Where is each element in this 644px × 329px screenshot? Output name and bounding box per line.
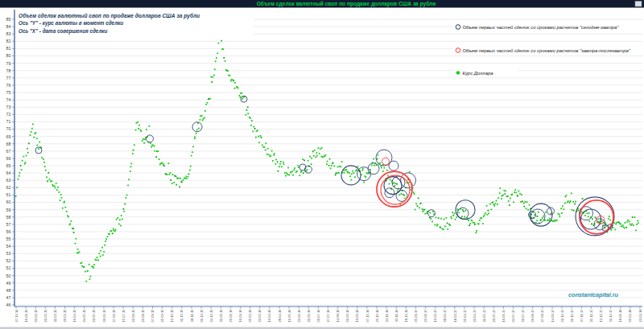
usd-rate-point (518, 191, 519, 192)
usd-rate-point (574, 204, 576, 205)
usd-rate-point (622, 224, 624, 226)
usd-rate-point (488, 210, 489, 212)
usd-rate-point (474, 224, 476, 225)
usd-rate-point (478, 223, 480, 224)
usd-rate-point (283, 163, 285, 165)
usd-rate-point (105, 238, 107, 240)
usd-rate-point (216, 57, 217, 59)
usd-rate-point (277, 162, 279, 163)
usd-rate-point (66, 211, 68, 212)
window-control-button[interactable] (635, 2, 642, 7)
usd-rate-point (130, 171, 131, 172)
y-tick-label: 74 (6, 97, 11, 102)
usd-rate-point (501, 198, 502, 199)
usd-rate-point (61, 197, 63, 199)
usd-rate-point (514, 189, 516, 191)
usd-rate-point (328, 165, 330, 167)
usd-rate-point (316, 156, 317, 158)
usd-rate-point (223, 57, 225, 59)
usd-rate-point (345, 169, 347, 171)
y-tick-label: 82 (6, 39, 11, 43)
y-tick-label: 51 (6, 265, 11, 270)
usd-rate-point (556, 220, 558, 221)
usd-rate-scatter (15, 27, 639, 282)
usd-rate-point (325, 154, 327, 156)
usd-rate-point (625, 222, 626, 224)
usd-rate-point (142, 138, 144, 140)
usd-rate-point (440, 227, 441, 228)
usd-rate-point (239, 95, 241, 97)
usd-rate-point (152, 145, 154, 146)
usd-rate-point (243, 97, 245, 98)
usd-rate-point (536, 220, 538, 221)
x-tick-label: 07.10.16 (365, 309, 369, 323)
usd-rate-point (483, 216, 485, 217)
y-tick-label: 80 (6, 53, 11, 58)
usd-rate-point (469, 223, 471, 224)
legend-label: Курс Доллара (463, 71, 494, 76)
usd-rate-point (28, 142, 30, 144)
usd-rate-point (509, 204, 510, 206)
usd-rate-point (515, 192, 517, 194)
x-tick-label: 23.03.16 (258, 309, 262, 323)
usd-rate-point (292, 175, 294, 176)
usd-rate-point (198, 128, 200, 130)
usd-rate-point (23, 156, 25, 158)
usd-rate-point (572, 201, 574, 203)
usd-rate-point (449, 224, 451, 226)
usd-rate-point (575, 201, 576, 203)
usd-rate-point (464, 210, 466, 212)
watermark: constantcapital.ru (568, 291, 619, 298)
usd-rate-point (272, 160, 274, 162)
usd-rate-point (330, 167, 332, 169)
x-tick-label: 13.12.17 (599, 309, 603, 323)
usd-rate-point (545, 212, 547, 213)
x-tick-label: 12.11.16 (385, 309, 389, 322)
today-tomorrow-bubble (35, 147, 42, 154)
y-tick-label: 79 (6, 61, 11, 66)
legend-item-today-tomorrow: Объем первых частей сделок со сроками ра… (453, 23, 642, 31)
usd-rate-point (341, 161, 343, 162)
usd-rate-point (197, 122, 199, 124)
y-tick-label: 68 (6, 142, 11, 146)
usd-rate-point (270, 155, 271, 157)
usd-rate-point (44, 166, 46, 167)
usd-rate-point (337, 167, 339, 168)
usd-rate-point (288, 175, 290, 176)
usd-rate-point (76, 238, 77, 240)
tomorrow-aftertomorrow-bubble (382, 158, 390, 165)
usd-rate-point (435, 224, 436, 226)
y-tick-label: 55 (6, 236, 11, 241)
usd-rate-point (570, 200, 572, 202)
usd-rate-point (265, 150, 266, 151)
usd-rate-point (303, 172, 304, 174)
usd-rate-point (349, 172, 350, 174)
usd-rate-point (184, 178, 186, 179)
usd-rate-point (250, 117, 251, 119)
usd-rate-point (394, 182, 395, 183)
usd-rate-point (126, 195, 128, 196)
usd-rate-point (121, 215, 122, 216)
usd-rate-point (625, 227, 627, 228)
usd-rate-point (143, 142, 145, 144)
usd-rate-point (200, 119, 201, 121)
usd-rate-point (437, 224, 439, 225)
usd-rate-point (188, 174, 190, 175)
usd-rate-point (36, 138, 38, 139)
usd-rate-point (462, 209, 464, 211)
gridlines (14, 19, 642, 305)
usd-rate-point (543, 216, 544, 217)
usd-rate-point (418, 198, 419, 199)
usd-rate-point (154, 150, 155, 152)
usd-rate-point (221, 40, 222, 42)
usd-rate-point (192, 146, 194, 147)
usd-rate-point (525, 201, 526, 203)
usd-rate-point (201, 115, 203, 117)
x-tick-label: 22.05.15 (92, 309, 96, 323)
usd-rate-point (281, 166, 283, 167)
usd-rate-point (505, 191, 506, 192)
usd-rate-point (609, 216, 610, 217)
usd-rate-point (564, 203, 566, 204)
usd-rate-point (49, 179, 51, 180)
usd-rate-point (62, 208, 64, 209)
